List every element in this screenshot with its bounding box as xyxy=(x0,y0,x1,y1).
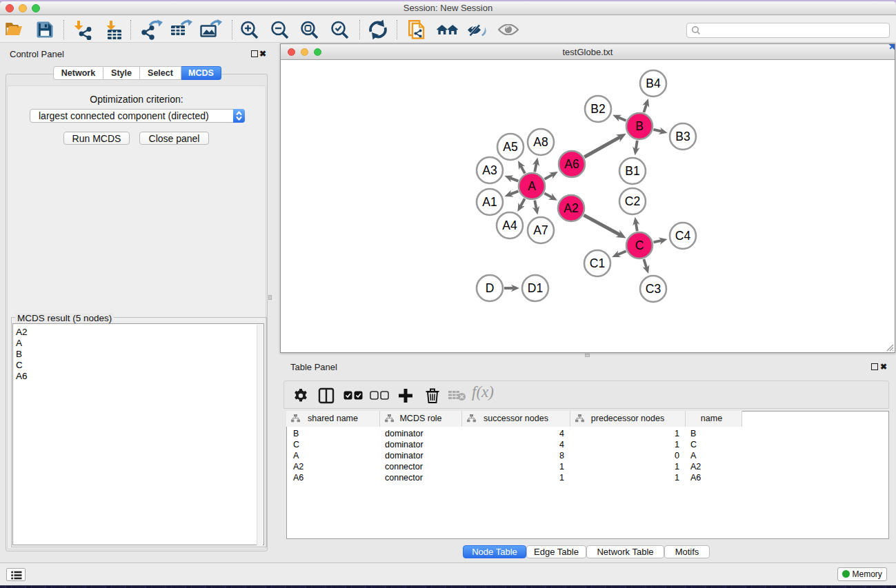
svg-text:B3: B3 xyxy=(675,130,690,143)
svg-text:B4: B4 xyxy=(646,77,661,90)
svg-text:B2: B2 xyxy=(590,102,605,116)
svg-text:C1: C1 xyxy=(590,256,605,270)
svg-text:A2: A2 xyxy=(564,201,578,215)
svg-text:B1: B1 xyxy=(625,164,639,178)
svg-text:D: D xyxy=(486,281,495,295)
svg-text:A4: A4 xyxy=(502,219,517,232)
svg-text:C4: C4 xyxy=(675,229,691,243)
svg-text:A: A xyxy=(528,179,536,193)
svg-text:C3: C3 xyxy=(646,282,661,296)
svg-text:A5: A5 xyxy=(503,140,517,154)
svg-text:A8: A8 xyxy=(533,135,548,149)
svg-text:C2: C2 xyxy=(625,194,640,208)
svg-text:D1: D1 xyxy=(528,281,543,295)
svg-text:A7: A7 xyxy=(533,223,548,237)
svg-text:C: C xyxy=(635,239,644,252)
svg-text:B: B xyxy=(635,119,644,133)
svg-text:A1: A1 xyxy=(482,195,497,209)
svg-text:A6: A6 xyxy=(564,157,579,171)
svg-text:A3: A3 xyxy=(482,163,497,177)
